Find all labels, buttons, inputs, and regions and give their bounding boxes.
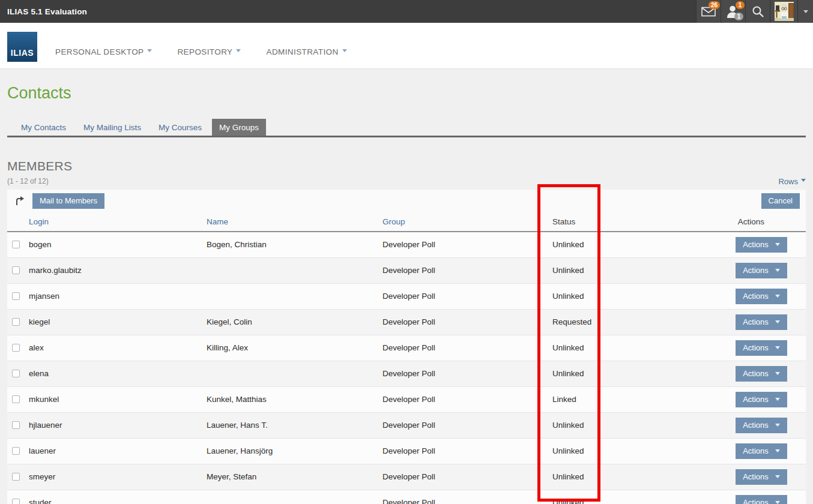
row-actions-button[interactable]: Actions	[736, 237, 787, 253]
column-header-name[interactable]: Name	[207, 212, 382, 232]
row-checkbox[interactable]	[12, 241, 20, 248]
ilias-logo[interactable]: ILIAS	[7, 32, 37, 62]
row-checkbox[interactable]	[12, 421, 20, 429]
status-cell: Unlinked	[552, 464, 606, 490]
column-header-status: Status	[552, 212, 606, 232]
row-actions-button[interactable]: Actions	[736, 366, 787, 382]
name-cell: Kiegel, Colin	[207, 309, 382, 335]
avatar	[775, 2, 794, 21]
login-cell: hjlauener	[29, 412, 207, 438]
chevron-down-icon	[775, 295, 780, 300]
chevron-down-icon	[775, 372, 780, 377]
row-checkbox[interactable]	[12, 266, 20, 274]
name-cell	[207, 283, 382, 309]
row-actions-button[interactable]: Actions	[736, 289, 787, 304]
caret-down-icon	[803, 10, 808, 16]
table-row: elena Developer Poll Unlinked Actions	[7, 361, 806, 386]
row-actions-button[interactable]: Actions	[736, 392, 787, 407]
login-cell: mjansen	[29, 283, 207, 309]
masthead: ILIAS PERSONAL DESKTOP REPOSITORY ADMINI…	[0, 23, 813, 69]
row-checkbox[interactable]	[12, 395, 20, 403]
row-actions-button[interactable]: Actions	[736, 469, 787, 485]
chevron-down-icon	[775, 320, 780, 326]
topbar-icon-group: 26 1 1	[696, 0, 813, 23]
chevron-down-icon	[801, 179, 806, 184]
chevron-down-icon	[775, 449, 780, 455]
row-checkbox[interactable]	[12, 292, 20, 300]
chevron-down-icon	[775, 501, 780, 504]
contacts-secondary-badge: 1	[734, 13, 743, 20]
row-checkbox[interactable]	[12, 318, 20, 326]
mail-count-badge: 26	[709, 1, 720, 9]
status-cell: Unlinked	[552, 438, 606, 464]
status-cell: Unlinked	[552, 335, 606, 361]
column-header-group[interactable]: Group	[382, 212, 552, 232]
group-cell: Developer Poll	[382, 361, 552, 386]
name-cell: Lauener, Hansjörg	[207, 438, 382, 464]
row-checkbox[interactable]	[12, 370, 20, 377]
login-cell: kiegel	[29, 309, 207, 335]
tab-my-contacts[interactable]: My Contacts	[14, 119, 73, 136]
selection-arrow-icon	[14, 196, 25, 206]
name-cell: Bogen, Christian	[207, 232, 382, 257]
main-content: Contacts My Contacts My Mailing Lists My…	[0, 69, 813, 504]
search-icon	[752, 5, 764, 18]
user-menu-caret-button[interactable]	[797, 0, 813, 23]
login-cell: alex	[29, 335, 207, 361]
group-cell: Developer Poll	[382, 257, 552, 283]
main-nav: PERSONAL DESKTOP REPOSITORY ADMINISTRATI…	[55, 47, 372, 56]
mail-button[interactable]: 26	[696, 0, 721, 23]
user-menu-avatar[interactable]	[770, 0, 797, 23]
chevron-down-icon	[775, 398, 780, 403]
table-heading: MEMBERS	[7, 159, 806, 173]
rows-dropdown[interactable]: Rows	[778, 176, 806, 186]
row-actions-button[interactable]: Actions	[736, 314, 787, 330]
table-row: kiegel Kiegel, Colin Developer Poll Requ…	[7, 309, 806, 335]
chevron-down-icon	[342, 49, 347, 55]
table-row: lauener Lauener, Hansjörg Developer Poll…	[7, 438, 806, 464]
group-cell: Developer Poll	[382, 438, 552, 464]
table-row: marko.glaubitz Developer Poll Unlinked A…	[7, 257, 806, 283]
row-checkbox[interactable]	[12, 499, 20, 504]
column-header-login[interactable]: Login	[29, 212, 207, 232]
group-cell: Developer Poll	[382, 464, 552, 490]
status-cell: Unlinked	[552, 232, 606, 257]
table-row: mkunkel Kunkel, Matthias Developer Poll …	[7, 386, 806, 412]
name-cell: Kunkel, Matthias	[207, 386, 382, 412]
mail-to-members-button[interactable]: Mail to Members	[32, 193, 104, 209]
tab-my-groups[interactable]: My Groups	[212, 119, 266, 136]
chevron-down-icon	[236, 49, 241, 55]
row-actions-button[interactable]: Actions	[736, 443, 787, 459]
group-cell: Developer Poll	[382, 283, 552, 309]
login-cell: bogen	[29, 232, 207, 257]
row-checkbox[interactable]	[12, 473, 20, 481]
members-table-panel: Mail to Members Cancel Login Name Group …	[7, 190, 806, 504]
search-button[interactable]	[745, 0, 770, 23]
column-header-actions: Actions	[606, 212, 806, 232]
nav-personal-desktop[interactable]: PERSONAL DESKTOP	[55, 47, 152, 56]
row-actions-button[interactable]: Actions	[736, 495, 787, 504]
status-cell: Unlinked	[552, 361, 606, 386]
cancel-button[interactable]: Cancel	[761, 193, 800, 209]
nav-administration[interactable]: ADMINISTRATION	[266, 47, 346, 56]
contacts-button[interactable]: 1 1	[721, 0, 745, 23]
chevron-down-icon	[147, 49, 152, 55]
row-checkbox[interactable]	[12, 447, 20, 455]
nav-repository[interactable]: REPOSITORY	[177, 47, 241, 56]
name-cell: Lauener, Hans T.	[207, 412, 382, 438]
tab-my-courses[interactable]: My Courses	[151, 119, 209, 136]
table-row: hjlauener Lauener, Hans T. Developer Pol…	[7, 412, 806, 438]
row-checkbox[interactable]	[12, 344, 20, 352]
group-cell: Developer Poll	[382, 386, 552, 412]
group-cell: Developer Poll	[382, 335, 552, 361]
tab-my-mailing-lists[interactable]: My Mailing Lists	[76, 119, 148, 136]
row-actions-button[interactable]: Actions	[736, 263, 787, 278]
row-actions-button[interactable]: Actions	[736, 340, 787, 356]
status-cell: Unlinked	[552, 412, 606, 438]
row-actions-button[interactable]: Actions	[736, 418, 787, 433]
group-cell: Developer Poll	[382, 309, 552, 335]
status-cell: Linked	[552, 386, 606, 412]
page-title: Contacts	[7, 69, 806, 103]
login-cell: studer	[29, 490, 207, 504]
table-row: alex Killing, Alex Developer Poll Unlink…	[7, 335, 806, 361]
